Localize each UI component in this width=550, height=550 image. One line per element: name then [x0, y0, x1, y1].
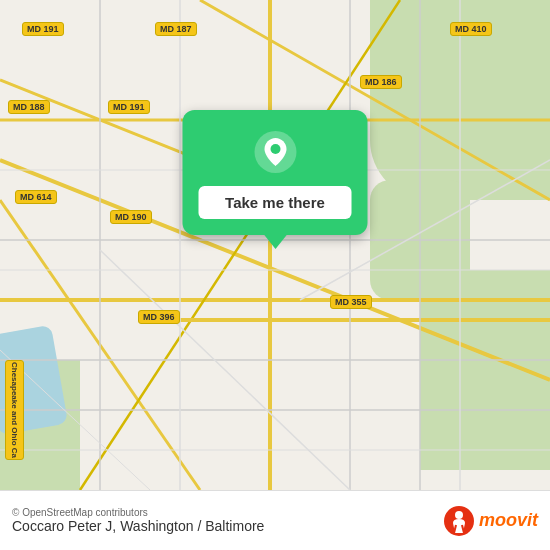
svg-point-24 [270, 144, 280, 154]
svg-point-26 [455, 511, 463, 519]
roads-layer [0, 0, 550, 550]
road-label-md410: MD 410 [450, 22, 492, 36]
road-label-md186: MD 186 [360, 75, 402, 89]
road-label-chesapeake: Chesapeake and Ohio Ca [5, 360, 24, 460]
road-label-md191-top: MD 191 [22, 22, 64, 36]
road-label-md396: MD 396 [138, 310, 180, 324]
popup-card: Take me there [183, 110, 368, 235]
take-me-there-button[interactable]: Take me there [199, 186, 352, 219]
road-label-md191-mid: MD 191 [108, 100, 150, 114]
moovit-logo: moovit [443, 505, 538, 537]
road-label-md614: MD 614 [15, 190, 57, 204]
moovit-brand-name: moovit [479, 510, 538, 531]
road-label-md187: MD 187 [155, 22, 197, 36]
road-label-md190: MD 190 [110, 210, 152, 224]
bottom-bar-text: © OpenStreetMap contributors Coccaro Pet… [12, 507, 264, 534]
moovit-icon [443, 505, 475, 537]
bottom-bar: © OpenStreetMap contributors Coccaro Pet… [0, 490, 550, 550]
road-label-md188: MD 188 [8, 100, 50, 114]
location-name: Coccaro Peter J, Washington / Baltimore [12, 518, 264, 534]
map-container: MD 191 MD 187 MD 410 MD 188 MD 186 MD 19… [0, 0, 550, 550]
road-label-md355: MD 355 [330, 295, 372, 309]
location-pin-icon [253, 130, 297, 174]
svg-line-7 [80, 0, 400, 490]
osm-attribution: © OpenStreetMap contributors [12, 507, 264, 518]
